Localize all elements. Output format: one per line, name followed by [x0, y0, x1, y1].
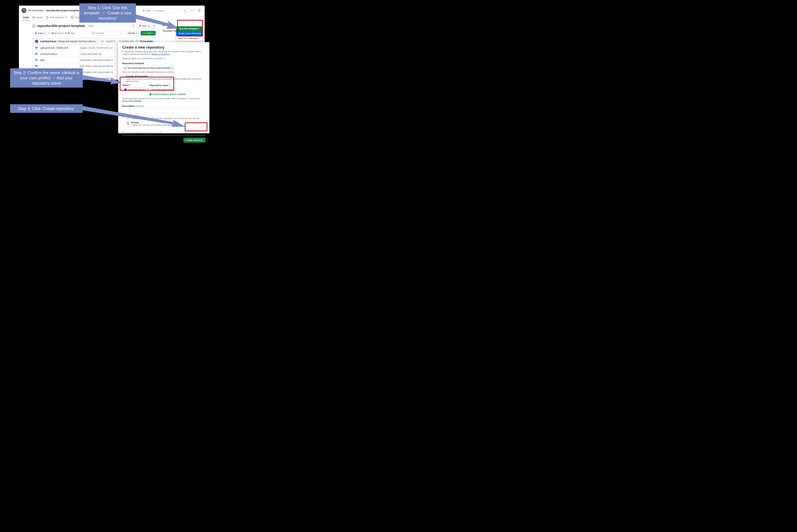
star-button[interactable]	[131, 24, 135, 28]
global-search-input[interactable]: Type / to search	[141, 8, 180, 13]
pull-request-icon	[46, 16, 49, 19]
repo-icon	[33, 24, 35, 27]
create-new-button[interactable]: +	[189, 8, 195, 13]
visibility-public-radio[interactable]	[122, 115, 125, 117]
search-icon	[142, 9, 145, 12]
annotation-step2: Step 2: Confirm the owner (default is yo…	[10, 68, 83, 88]
include-branches-checkbox[interactable]	[122, 75, 125, 78]
use-template-dropdown: Use this template Create a new repositor…	[176, 26, 203, 41]
lock-icon	[126, 121, 130, 125]
branch-icon	[48, 32, 51, 34]
branches-link[interactable]: 14Branches	[48, 32, 64, 34]
svg-point-7	[50, 33, 51, 33]
github-logo-icon[interactable]	[22, 8, 26, 13]
ellipsis-icon[interactable]: •••	[100, 40, 105, 42]
tab-code[interactable]: Code	[22, 14, 30, 21]
tags-link[interactable]: 0Tags	[65, 32, 75, 34]
svg-point-1	[199, 10, 200, 11]
svg-point-6	[49, 34, 49, 34]
fork-icon	[139, 25, 141, 27]
breadcrumb-repo[interactable]: reproducible-project-template	[46, 9, 79, 12]
page-title: reproducible-project-template	[37, 24, 85, 28]
use-template-button[interactable]: Use this template	[176, 26, 203, 31]
annotation-step1: Step 1: Click ‘Use this template’ → ‘Cre…	[79, 3, 136, 23]
branch-icon	[35, 32, 37, 34]
breadcrumb: the-turing-way / reproducible-project-te…	[28, 9, 79, 12]
projects-icon	[71, 16, 74, 19]
folder-icon	[35, 52, 38, 56]
issues-icon	[32, 16, 35, 19]
command-palette-button[interactable]	[183, 8, 188, 13]
branch-select[interactable]: main	[33, 31, 47, 35]
tab-issues[interactable]: Issues	[31, 14, 44, 21]
folder-icon	[35, 46, 38, 50]
template-select[interactable]: the-turing-way/reproducible-project-temp…	[122, 65, 175, 70]
fork-dropdown[interactable]	[152, 24, 156, 28]
folder-icon	[35, 64, 38, 68]
repository-name-input[interactable]	[150, 88, 179, 92]
availability-status: research-project-name is available.	[149, 93, 205, 95]
fork-button[interactable]: Fork1	[136, 24, 152, 28]
name-suggestion-link[interactable]: fuzzy-octo-waddle	[122, 100, 141, 102]
svg-point-3	[33, 17, 34, 18]
code-button[interactable]: Code	[141, 31, 156, 35]
create-repository-pane: Create a new repository A repository con…	[118, 42, 209, 133]
description-input[interactable]	[122, 108, 205, 113]
issues-tray-button[interactable]	[197, 8, 202, 13]
owner-select[interactable]: malvikasharan	[122, 88, 146, 92]
visibility-badge: Public	[87, 24, 95, 27]
add-file-button[interactable]: Add file	[126, 31, 139, 35]
dd-create-new-repository[interactable]: Create a new repository	[176, 31, 203, 36]
check-circle-icon	[149, 93, 152, 95]
svg-point-5	[49, 32, 49, 33]
import-repository-link[interactable]: Import a repository.	[151, 53, 170, 55]
repo-title-row: reproducible-project-template Public For…	[33, 24, 156, 28]
breadcrumb-owner[interactable]: the-turing-way	[28, 9, 43, 12]
tag-icon	[65, 32, 68, 34]
avatar	[124, 89, 127, 91]
create-repository-button[interactable]: Create repository	[183, 138, 205, 142]
slash-key-hint: /	[152, 9, 154, 12]
dd-open-in-codespace[interactable]: Open in a codespace	[176, 36, 203, 41]
repo-icon	[126, 115, 130, 118]
svg-point-13	[124, 132, 124, 132]
tab-pull-requests[interactable]: Pull requests1	[45, 14, 69, 21]
code-icon	[143, 32, 145, 34]
svg-point-8	[66, 32, 66, 33]
info-icon	[122, 131, 125, 134]
avatar	[35, 40, 38, 43]
repo-template-icon	[124, 67, 127, 69]
search-icon	[92, 32, 94, 34]
page-title: Create a new repository	[122, 45, 205, 50]
go-to-file-input[interactable]: Go to filet	[90, 31, 124, 35]
svg-rect-11	[127, 123, 129, 125]
annotation-step3: Step 3: Click ‘Create repository’	[10, 104, 83, 113]
folder-icon	[35, 58, 38, 62]
